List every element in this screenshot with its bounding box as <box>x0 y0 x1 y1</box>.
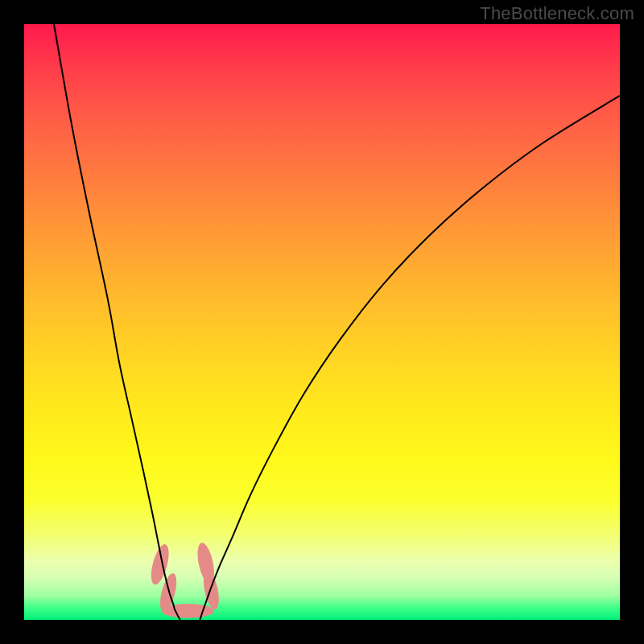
markers-group <box>147 542 221 618</box>
watermark-text: TheBottleneck.com <box>480 3 634 24</box>
lobe-bottom <box>162 604 214 618</box>
frame: TheBottleneck.com <box>0 0 644 644</box>
chart-plot-area <box>24 24 620 620</box>
left-curve <box>54 24 180 620</box>
right-curve <box>200 96 620 620</box>
chart-svg <box>24 24 620 620</box>
